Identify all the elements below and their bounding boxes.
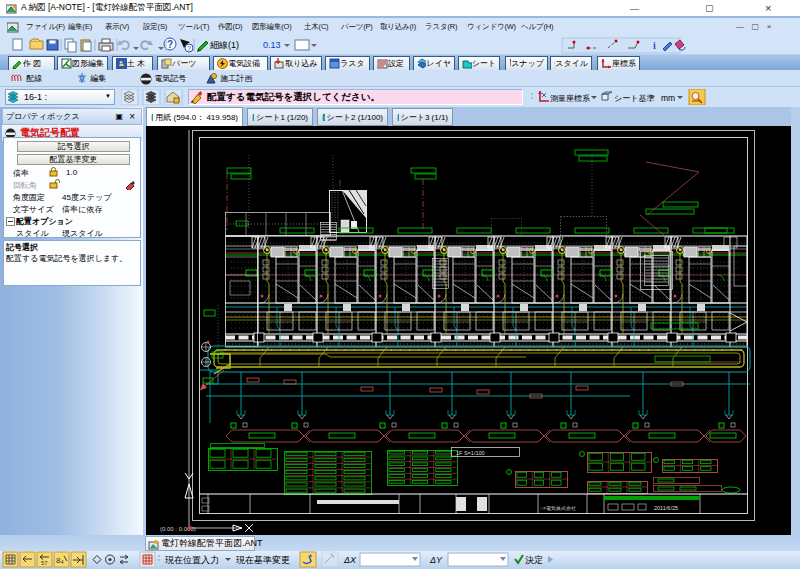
svg-text:?: ? [187,45,191,52]
svg-text:i: i [653,40,656,51]
svg-text:細線(1): 細線(1) [210,40,239,50]
svg-text:2011/6/25: 2011/6/25 [654,505,678,511]
svg-text:?: ? [167,39,173,50]
svg-text:ΔX: ΔX [343,555,357,565]
svg-text:mm: mm [661,93,675,103]
svg-text:1F S=1/100: 1F S=1/100 [456,450,485,456]
svg-text:57: 57 [41,560,48,566]
svg-text:シート基準: シート基準 [614,94,654,103]
svg-text:無: 無 [554,60,555,69]
svg-text:0.13: 0.13 [263,40,281,50]
svg-text:○×電気株式会社: ○×電気株式会社 [540,505,576,511]
svg-text:現在基準変更: 現在基準変更 [236,555,290,565]
svg-text:測量座標系: 測量座標系 [550,94,590,103]
svg-text:現在位置入力: 現在位置入力 [165,555,219,565]
svg-text:ΔY: ΔY [429,555,443,565]
svg-text:8₄: 8₄ [56,556,64,565]
svg-text:決定: 決定 [525,555,543,565]
